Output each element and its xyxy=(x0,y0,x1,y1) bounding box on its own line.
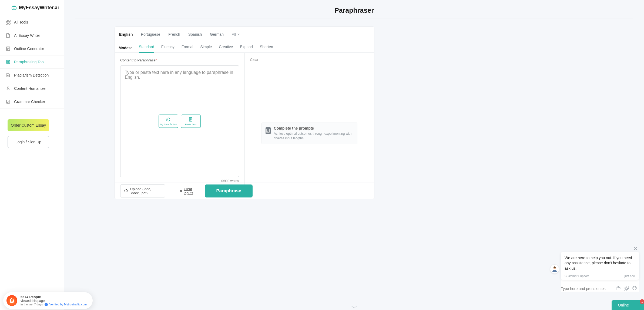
lang-tab-spanish[interactable]: Spanish xyxy=(188,31,202,39)
login-signup-button[interactable]: Login / Sign Up xyxy=(8,136,49,148)
sidebar-item-label: AI Essay Writer xyxy=(14,33,40,38)
helper-buttons: Try Sample Text Paste Text xyxy=(159,115,201,128)
robot-icon xyxy=(11,4,17,11)
lang-tab-all[interactable]: All xyxy=(232,31,240,39)
chat-time: just now xyxy=(625,274,635,278)
grid-icon xyxy=(5,19,11,25)
thumbs-up-icon[interactable] xyxy=(616,287,622,291)
svg-point-16 xyxy=(7,87,9,88)
mode-tab-shorten[interactable]: Shorten xyxy=(260,43,273,53)
svg-point-31 xyxy=(635,288,636,288)
tip-title: Complete the prompts xyxy=(274,126,353,130)
sidebar-item-content-humanizer[interactable]: Content Humanizer xyxy=(0,82,64,95)
content-label: Content to Paraphrase* xyxy=(120,58,239,62)
sidebar-item-paraphrasing-tool[interactable]: Paraphrasing Tool xyxy=(0,55,64,69)
chat-close-button[interactable]: ✕ xyxy=(633,246,638,252)
traffic-verified: in the last 7 days ✓ Verified by Mytruet… xyxy=(21,303,87,306)
sidebar-item-ai-essay-writer[interactable]: AI Essay Writer xyxy=(0,29,64,42)
traffic-popup[interactable]: 6674 People viewed this page in the last… xyxy=(3,292,93,309)
chat-message-text: We are here to help you out. If you need… xyxy=(565,255,635,271)
mode-tab-standard[interactable]: Standard xyxy=(139,43,154,53)
mode-tab-creative[interactable]: Creative xyxy=(219,43,233,53)
refresh-icon xyxy=(5,59,11,65)
chat-input[interactable] xyxy=(561,286,611,291)
lang-tab-french[interactable]: French xyxy=(168,31,180,39)
traffic-line2: viewed this page xyxy=(21,299,87,303)
person-icon xyxy=(551,266,558,272)
modes-label: Modes: xyxy=(119,46,132,50)
input-side: Content to Paraphrase* Type or paste tex… xyxy=(115,53,245,185)
sidebar-item-label: Content Humanizer xyxy=(14,86,47,91)
chat-from: Customer Support xyxy=(565,274,589,278)
paraphrase-textarea[interactable]: Type or paste text here in any language … xyxy=(120,65,239,177)
traffic-text: 6674 People viewed this page in the last… xyxy=(21,295,87,306)
main-content: Paraphraser English Portuguese French Sp… xyxy=(64,0,644,310)
tip-desc: Achieve optimal outcomes through experim… xyxy=(274,131,353,141)
chat-status-tab[interactable]: Online 1 xyxy=(612,300,644,310)
order-custom-essay-button[interactable]: Order Custom Essay xyxy=(8,119,49,131)
page-title: Paraphraser xyxy=(75,0,633,18)
try-sample-label: Try Sample Text xyxy=(160,123,177,126)
textarea-placeholder: Type or paste text here in any language … xyxy=(125,70,233,80)
language-tabs: English Portuguese French Spanish German… xyxy=(115,31,374,40)
sidebar-item-grammar-checker[interactable]: Grammar Checker xyxy=(0,95,64,108)
svg-point-2 xyxy=(15,8,15,9)
mode-tab-simple[interactable]: Simple xyxy=(200,43,212,53)
chat-input-row xyxy=(561,282,639,292)
mode-tab-fluency[interactable]: Fluency xyxy=(161,43,175,53)
paraphrase-panel: English Portuguese French Spanish German… xyxy=(115,27,374,199)
upload-button[interactable]: Upload (.doc, .docx, .pdf) xyxy=(120,184,165,197)
mode-tab-formal[interactable]: Formal xyxy=(182,43,193,53)
grammar-icon xyxy=(5,99,11,104)
flame-icon xyxy=(6,295,17,306)
chevron-down-icon xyxy=(237,32,240,37)
cloud-upload-icon xyxy=(124,189,128,193)
tip-text: Complete the prompts Achieve optimal out… xyxy=(274,126,353,141)
svg-rect-8 xyxy=(9,23,10,24)
svg-rect-7 xyxy=(6,23,8,24)
svg-rect-6 xyxy=(9,20,10,22)
close-icon xyxy=(180,189,182,193)
content-label-text: Content to Paraphrase xyxy=(120,58,156,62)
svg-line-15 xyxy=(9,76,9,77)
emoji-icon[interactable] xyxy=(632,287,637,291)
svg-point-29 xyxy=(633,286,636,290)
paste-text-button[interactable]: Paste Text xyxy=(181,115,201,128)
action-bar: Upload (.doc, .docx, .pdf) Clear inputs … xyxy=(115,183,374,199)
chat-status-label: Online xyxy=(618,303,629,307)
search-doc-icon xyxy=(5,72,11,78)
clear-inputs-label: Clear inputs xyxy=(184,187,198,195)
content-area: Content to Paraphrase* Type or paste tex… xyxy=(115,52,374,185)
lang-tab-german[interactable]: German xyxy=(210,31,224,39)
mode-tab-expand[interactable]: Expand xyxy=(240,43,253,53)
traffic-line3: in the last 7 days xyxy=(21,303,43,306)
sidebar-item-all-tools[interactable]: All Tools xyxy=(0,16,64,29)
chat-message-bubble: We are here to help you out. If you need… xyxy=(561,252,639,280)
traffic-verified-link[interactable]: Verified by Mytruetraffic.com xyxy=(49,303,87,306)
lang-tab-english[interactable]: English xyxy=(119,31,133,39)
paraphrase-button[interactable]: Paraphrase xyxy=(205,184,253,197)
try-sample-text-button[interactable]: Try Sample Text xyxy=(159,115,178,128)
svg-point-1 xyxy=(13,8,14,9)
lang-all-label: All xyxy=(232,32,236,37)
clear-inputs-link[interactable]: Clear inputs xyxy=(180,187,198,195)
chat-widget: ✕ We are here to help you out. If you ne… xyxy=(561,252,639,292)
output-side: Clear Complete the prompts Achieve optim… xyxy=(245,53,374,185)
paste-icon xyxy=(189,117,193,122)
doc-icon xyxy=(5,33,11,38)
lang-tab-portuguese[interactable]: Portuguese xyxy=(141,31,160,39)
chat-meta: Customer Support just now xyxy=(565,274,635,278)
clear-output-link[interactable]: Clear xyxy=(250,58,259,62)
svg-point-14 xyxy=(8,75,9,76)
svg-rect-0 xyxy=(12,6,16,10)
brand-logo[interactable]: MyEssayWriter.ai xyxy=(0,4,64,16)
outline-icon xyxy=(5,46,11,51)
sidebar-item-label: Outline Generator xyxy=(14,47,44,51)
required-mark: * xyxy=(156,58,157,62)
traffic-count: 6674 People xyxy=(21,295,87,299)
sidebar-item-plagiarism-detection[interactable]: Plagiarism Detection xyxy=(0,69,64,82)
svg-point-30 xyxy=(634,288,634,288)
sidebar-item-outline-generator[interactable]: Outline Generator xyxy=(0,42,64,55)
attachment-icon[interactable] xyxy=(624,287,630,291)
chevron-down-icon[interactable] xyxy=(350,304,358,310)
